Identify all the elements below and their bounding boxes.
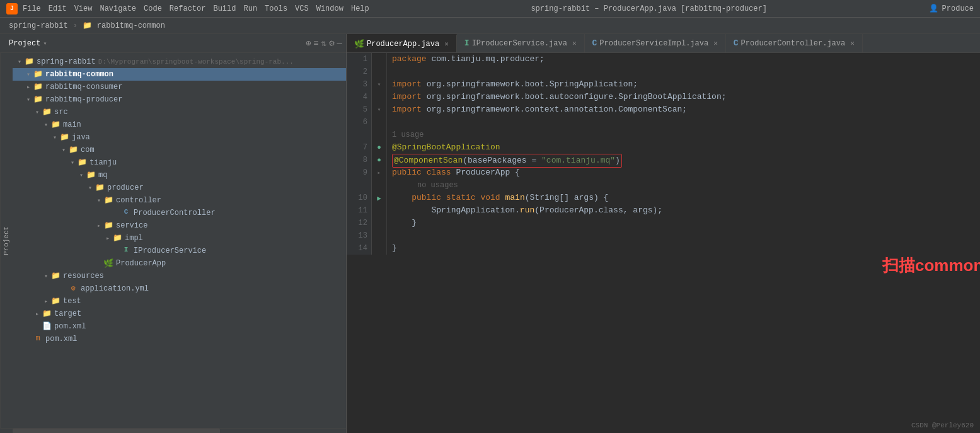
menu-refactor[interactable]: Refactor [170,4,206,13]
code-area[interactable]: package com.tianju.mq.producer; import o… [387,53,980,255]
tab-producer-service-impl[interactable]: C ProducerServiceImpl.java ✕ [585,34,726,53]
breadcrumb-child[interactable]: rabbitmq-common [97,21,165,30]
collapse-icon[interactable]: ≡ [313,38,318,49]
folder-icon: 📁 [103,195,113,205]
sort-icon[interactable]: ⇅ [321,38,326,49]
tree-arrow[interactable]: ▾ [42,121,50,129]
tree-arrow[interactable]: ▾ [24,96,33,103]
chevron-down-icon[interactable]: ▾ [43,40,47,47]
tab-label: IProducerService.java [472,39,567,48]
tree-arrow[interactable]: ▾ [95,197,103,204]
tree-item-impl[interactable]: ▸ 📁 impl [13,232,346,245]
close-tab-icon[interactable]: ✕ [850,39,855,47]
tree-arrow[interactable]: ▸ [33,310,42,318]
code-line-10: public static void main(String[] args) { [392,192,975,204]
tree-item-spring-rabbit[interactable]: ▾ 📁 spring-rabbit D:\Myprogram\springboo… [13,55,346,68]
editor-body[interactable]: 1 2 3 4 5 6 · 7 8 9 · 10 11 12 13 14 [347,53,980,255]
project-tab-strip: Project ▾ ⊕ ≡ ⇅ ⚙ — [0,34,346,53]
project-panel: Project ▾ ⊕ ≡ ⇅ ⚙ — Project ▾ 📁 [0,34,347,433]
tree-item-application-yml[interactable]: ⚙ application.yml [13,282,346,295]
menu-bar[interactable]: File Edit View Navigate Code Refactor Bu… [23,4,369,13]
menu-tools[interactable]: Tools [265,4,287,13]
file-tree[interactable]: ▾ 📁 spring-rabbit D:\Myprogram\springboo… [13,53,346,428]
tree-arrow[interactable]: ▾ [86,184,95,192]
tree-arrow[interactable]: ▾ [24,71,33,78]
editor-area: 🌿 ProducerApp.java ✕ I IProducerService.… [347,34,980,433]
menu-build[interactable]: Build [213,4,236,13]
resources-icon: 📁 [50,271,61,281]
tree-item-com[interactable]: ▾ 📁 com [13,144,346,156]
tree-item-rabbitmq-common[interactable]: ▾ 📁 rabbitmq-common [13,68,346,81]
tree-arrow[interactable]: ▾ [77,171,86,179]
tree-item-iproducer-service[interactable]: I IProducerService [13,245,346,257]
tree-arrow[interactable]: ▾ [42,272,50,280]
tree-item-controller[interactable]: ▾ 📁 controller [13,194,346,207]
annotation-callout: 扫描common，以及自己 [882,255,980,277]
close-tab-icon[interactable]: ✕ [444,40,449,48]
tree-arrow[interactable]: ▾ [33,108,42,116]
project-tab[interactable]: Project ▾ [4,37,52,50]
tree-item-producer[interactable]: ▾ 📁 producer [13,182,346,194]
tree-item-main[interactable]: ▾ 📁 main [13,118,346,131]
close-tab-icon[interactable]: ✕ [572,39,577,47]
breadcrumb-root[interactable]: spring-rabbit [9,21,68,30]
tree-label: com [81,146,95,154]
menu-run[interactable]: Run [243,4,257,13]
tree-item-java[interactable]: ▾ 📁 java [13,131,346,144]
project-content: Project ▾ 📁 spring-rabbit D:\Myprogram\s… [0,53,346,428]
tree-arrow[interactable]: ▸ [103,234,112,242]
maven-icon: m [33,334,43,344]
tree-item-producer-controller[interactable]: C ProducerController [13,207,346,219]
tab-producer-app[interactable]: 🌿 ProducerApp.java ✕ [347,34,457,53]
tab-producer-controller[interactable]: C ProducerController.java ✕ [726,34,863,53]
menu-edit[interactable]: Edit [49,4,67,13]
tree-item-pom-root[interactable]: m pom.xml [13,333,346,345]
menu-file[interactable]: File [23,4,41,13]
target-folder-icon: 📁 [42,309,52,319]
tree-arrow[interactable]: ▸ [42,297,50,305]
title-bar: J File Edit View Navigate Code Refactor … [0,0,980,18]
menu-navigate[interactable]: Navigate [100,4,136,13]
menu-code[interactable]: Code [144,4,162,13]
settings-icon[interactable]: ⚙ [329,38,334,49]
account-icon[interactable]: 👤 [929,4,938,13]
tree-item-src[interactable]: ▾ 📁 src [13,106,346,118]
tree-arrow[interactable]: ▾ [68,159,77,166]
tree-item-resources[interactable]: ▾ 📁 resources [13,270,346,282]
tree-item-producer-app[interactable]: 🌿 ProducerApp [13,257,346,270]
tree-arrow[interactable]: ▾ [15,58,24,66]
tab-iproducer-service[interactable]: I IProducerService.java ✕ [457,34,585,53]
tree-arrow[interactable]: ▸ [24,83,33,91]
tree-item-target[interactable]: ▸ 📁 target [13,308,346,320]
tree-item-service[interactable]: ▸ 📁 service [13,219,346,232]
code-line-3: import org.springframework.boot.SpringAp… [392,78,975,91]
close-tab-icon[interactable]: ✕ [713,39,718,47]
gutter: ▾ ▾ ● ● ▸ ▶ [372,53,387,255]
interface-tab-icon: I [464,38,470,48]
code-line-9: public class ProducerApp { [392,166,975,179]
tree-hscroll[interactable] [0,428,346,433]
tree-label: target [54,309,81,318]
run-config[interactable]: Produce [942,4,974,13]
folder-icon: 📁 [103,221,113,231]
tree-item-test[interactable]: ▸ 📁 test [13,295,346,308]
locate-icon[interactable]: ⊕ [306,38,311,49]
menu-window[interactable]: Window [316,4,343,13]
tree-item-rabbitmq-consumer[interactable]: ▸ 📁 rabbitmq-consumer [13,81,346,93]
menu-help[interactable]: Help [351,4,369,13]
tree-item-rabbitmq-producer[interactable]: ▾ 📁 rabbitmq-producer [13,93,346,106]
project-tab-icons[interactable]: ⊕ ≡ ⇅ ⚙ — [306,38,342,49]
tree-arrow[interactable]: ▸ [95,222,103,229]
editor-tabs[interactable]: 🌿 ProducerApp.java ✕ I IProducerService.… [347,34,980,53]
menu-view[interactable]: View [74,4,93,13]
tab-label: ProducerController.java [741,39,846,48]
tree-arrow[interactable]: ▾ [50,134,59,141]
tree-label: service [116,221,147,230]
tree-item-mq[interactable]: ▾ 📁 mq [13,169,346,182]
code-line-8: @ComponentScan(basePackages = "com.tianj… [392,154,975,166]
tree-item-tianju[interactable]: ▾ 📁 tianju [13,156,346,169]
menu-vcs[interactable]: VCS [295,4,309,13]
tree-arrow[interactable]: ▾ [59,146,68,154]
minimize-icon[interactable]: — [337,38,342,49]
tree-item-pom-producer[interactable]: 📄 pom.xml [13,320,346,333]
